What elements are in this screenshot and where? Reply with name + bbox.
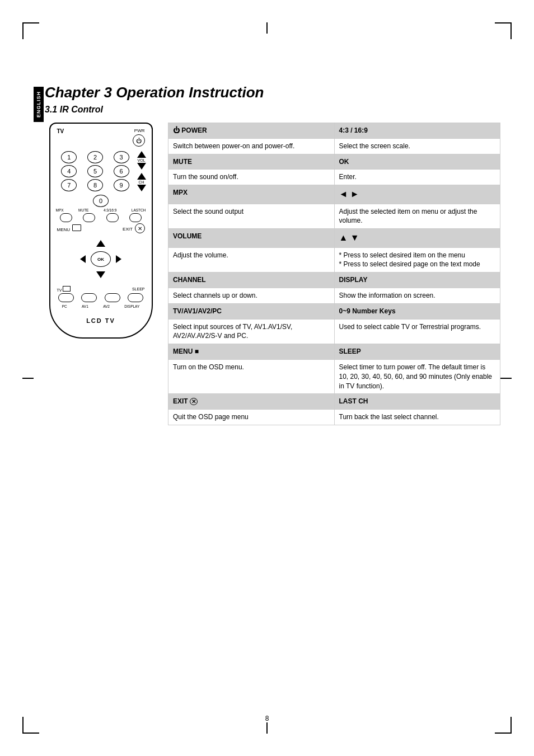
table-body-row: Quit the OSD page menuTurn back the last…	[168, 410, 500, 425]
pc-btn[interactable]	[58, 293, 74, 302]
ch-up-arrow[interactable]	[137, 173, 146, 180]
mute-label: MUTE	[78, 208, 88, 212]
remote-power-area: PWR ⏻	[133, 128, 145, 147]
table-header-row: MENU ■SLEEP	[168, 344, 500, 360]
sleep-label: SLEEP	[132, 287, 145, 291]
table-left-header: CHANNEL	[168, 273, 335, 288]
ch-label: CH	[138, 180, 144, 184]
table-right-header: OK	[334, 154, 500, 170]
menu-area: MENU	[57, 224, 81, 233]
btn-3[interactable]: 3	[114, 151, 129, 163]
remote-top: TV PWR ⏻	[55, 128, 147, 147]
table-right-body: * Press to select desired item on the me…	[334, 247, 500, 273]
btn-1[interactable]: 1	[61, 151, 77, 163]
mpx-btn[interactable]	[60, 213, 72, 222]
table-left-header: TV/AV1/AV2/PC	[168, 303, 335, 319]
display-btn[interactable]	[128, 293, 143, 302]
table-header-row: EXIT ✕LAST CH	[168, 394, 500, 410]
remote-pwr-label: PWR	[133, 128, 145, 133]
table-body-row: Switch between power-on and power-off.Se…	[168, 138, 500, 154]
table-right-header: DISPLAY	[334, 273, 500, 288]
exit-text-label: EXIT	[123, 227, 133, 232]
vol-up-arrow[interactable]	[137, 151, 146, 158]
btn-5[interactable]: 5	[87, 165, 103, 177]
table-body-row: Select channels up or down.Show the info…	[168, 288, 500, 303]
chapter-title: Chapter 3 Operation Instruction	[45, 84, 500, 101]
table-body-row: Adjust the volume.* Press to select desi…	[168, 247, 500, 273]
table-left-header: ⏻ POWER	[168, 123, 335, 139]
vol-label: VOL	[137, 158, 145, 162]
vol-down-arrow[interactable]	[137, 163, 146, 170]
zero-row: 0	[55, 195, 147, 207]
corner-mark-tl	[22, 22, 39, 39]
btn-9[interactable]: 9	[114, 179, 129, 191]
table-header-row: ⏻ POWER4:3 / 16:9	[168, 123, 500, 139]
table-header-row: TV/AV1/AV2/PC0~9 Number Keys	[168, 303, 500, 319]
remote-power-btn[interactable]: ⏻	[133, 134, 145, 147]
language-tab: ENGLISH	[34, 87, 44, 122]
ratio-btn[interactable]	[106, 213, 119, 222]
power-icon: ⏻	[136, 138, 142, 144]
table-left-header: VOLUME	[168, 229, 335, 247]
dpad-down-arrow	[96, 271, 105, 278]
ratio-label: 4:3/16:9	[104, 208, 117, 212]
tv-small-area: TV	[57, 286, 71, 292]
dpad-left[interactable]	[75, 251, 91, 267]
exit-area: EXIT ✕	[123, 223, 144, 233]
btn-8[interactable]: 8	[87, 179, 103, 191]
exit-icon[interactable]: ✕	[135, 223, 145, 233]
table-right-header: LAST CH	[334, 394, 500, 410]
func-labels: MPX MUTE 4:3/16:9 LASTCH	[55, 208, 147, 212]
table-right-header: 4:3 / 16:9	[334, 123, 500, 139]
table-header-row: VOLUME▲ ▼	[168, 229, 500, 247]
table-left-header: MENU ■	[168, 344, 335, 360]
table-left-header: MPX	[168, 185, 335, 204]
table-body-row: Turn the sound on/off.Enter.	[168, 170, 500, 185]
ch-down-arrow[interactable]	[137, 185, 146, 191]
dpad-right[interactable]	[111, 251, 127, 267]
dpad-up[interactable]	[91, 236, 111, 251]
dpad-up-arrow	[96, 240, 105, 247]
tick-right	[500, 378, 512, 379]
table-right-body: Adjust the selected item on menu or adju…	[334, 204, 500, 229]
table-left-body: Adjust the volume.	[168, 247, 335, 273]
dpad: OK	[75, 236, 127, 283]
table-left-header: MUTE	[168, 154, 335, 170]
func-btns-row	[55, 213, 147, 222]
btn-6[interactable]: 6	[114, 165, 129, 177]
table-left-header: EXIT ✕	[168, 394, 335, 410]
table-header-row: CHANNELDISPLAY	[168, 273, 500, 288]
btn-2[interactable]: 2	[87, 151, 103, 163]
table-right-body: Select timer to turn power off. The defa…	[334, 359, 500, 393]
table-left-body: Turn the sound on/off.	[168, 170, 335, 185]
lastch-label: LASTCH	[132, 208, 146, 212]
lastch-btn[interactable]	[129, 213, 142, 222]
tick-top	[266, 22, 268, 34]
tv-sleep-row: TV SLEEP	[55, 286, 147, 292]
tick-bottom	[266, 722, 268, 734]
corner-mark-tr	[495, 22, 512, 39]
tv-small-label: TV	[57, 288, 62, 292]
function-table-col: ⏻ POWER4:3 / 16:9Switch between power-on…	[168, 123, 500, 425]
table-left-body: Select input sources of TV, AV1.AV1/SV, …	[168, 319, 335, 344]
pc-label: PC	[62, 304, 67, 308]
mute-btn[interactable]	[83, 213, 95, 222]
av1-btn[interactable]	[81, 293, 97, 302]
dpad-left-arrow	[80, 255, 86, 263]
tick-left	[22, 378, 34, 379]
btn-4[interactable]: 4	[61, 165, 77, 177]
table-left-body: Select channels up or down.	[168, 288, 335, 303]
dpad-ok[interactable]: OK	[91, 251, 111, 267]
btn-7[interactable]: 7	[61, 179, 77, 191]
remote-control-col: TV PWR ⏻ 1 2 3 4	[45, 123, 157, 339]
table-body-row: Turn on the OSD menu.Select timer to tur…	[168, 359, 500, 393]
table-header-row: MUTEOK	[168, 154, 500, 170]
btn-0[interactable]: 0	[93, 195, 109, 207]
av2-btn[interactable]	[105, 293, 120, 302]
menu-icon[interactable]	[72, 224, 81, 231]
content-columns: TV PWR ⏻ 1 2 3 4	[45, 123, 500, 425]
table-right-body: Turn back the last select channel.	[334, 410, 500, 425]
dpad-down[interactable]	[91, 267, 111, 283]
table-left-body: Select the sound output	[168, 204, 335, 229]
table-left-body: Switch between power-on and power-off.	[168, 138, 335, 154]
